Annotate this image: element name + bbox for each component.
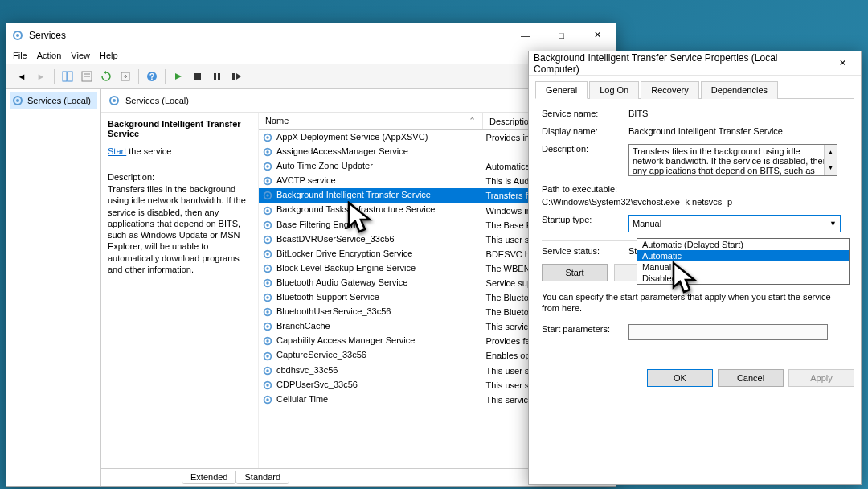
start-params-input (628, 324, 828, 340)
display-name-label: Display name: (542, 126, 628, 136)
tree-item-services-local[interactable]: Services (Local) (10, 92, 97, 109)
start-link[interactable]: Start (108, 146, 126, 156)
svg-rect-2 (63, 72, 67, 81)
refresh-button[interactable] (97, 68, 115, 85)
tab-recovery[interactable]: Recovery (641, 81, 698, 99)
svg-point-29 (266, 209, 269, 212)
dropdown-option[interactable]: Automatic (637, 250, 849, 261)
gear-icon (262, 204, 276, 214)
gear-icon (11, 94, 24, 107)
properties-button[interactable] (78, 68, 96, 85)
svg-point-15 (16, 99, 19, 102)
startup-type-dropdown[interactable]: Automatic (Delayed Start)AutomaticManual… (637, 238, 850, 285)
maximize-button[interactable]: □ (543, 23, 579, 47)
display-name-value: Background Intelligent Transfer Service (628, 126, 848, 136)
start-service-button[interactable] (170, 68, 187, 85)
description-label: Description: (542, 144, 628, 154)
svg-point-53 (266, 384, 269, 387)
close-button[interactable]: ✕ (579, 23, 616, 47)
ok-button[interactable]: OK (647, 369, 713, 387)
svg-rect-3 (68, 72, 72, 81)
dropdown-option[interactable]: Automatic (Delayed Start) (637, 239, 849, 250)
svg-text:?: ? (149, 72, 155, 81)
svg-point-19 (266, 136, 269, 139)
pause-service-button[interactable] (208, 68, 226, 85)
stop-service-button[interactable] (189, 68, 207, 85)
chevron-down-icon: ▼ (829, 220, 837, 228)
menu-bar: File Action View Help (6, 47, 616, 64)
gear-icon (262, 277, 276, 287)
svg-rect-10 (194, 73, 201, 80)
svg-point-51 (266, 369, 269, 372)
tab-standard[interactable]: Standard (235, 471, 289, 484)
start-button[interactable]: Start (542, 264, 608, 281)
startup-type-label: Startup type: (542, 215, 628, 224)
gear-icon (262, 249, 276, 258)
tree-pane: Services (Local) (6, 89, 101, 486)
service-status-label: Service status: (542, 246, 628, 256)
services-window: Services — □ ✕ File Action View Help ◄ ►… (6, 23, 616, 487)
menu-help[interactable]: Help (100, 51, 118, 60)
menu-action[interactable]: Action (37, 51, 62, 60)
service-name-label: Service name: (542, 109, 628, 118)
svg-point-21 (266, 150, 269, 154)
svg-point-23 (266, 166, 269, 169)
gear-icon (262, 306, 276, 316)
svg-rect-13 (232, 73, 235, 80)
dropdown-option[interactable]: Manual (637, 261, 849, 273)
selected-service-title: Background Intelligent Transfer Service (108, 119, 252, 138)
gear-icon (108, 94, 121, 107)
startup-type-combobox[interactable]: Manual ▼ (628, 215, 841, 232)
menu-file[interactable]: File (13, 51, 27, 60)
svg-point-49 (266, 355, 269, 358)
dialog-title: Background Intelligent Transfer Service … (534, 52, 825, 75)
column-name[interactable]: Name ⌃ (259, 113, 483, 130)
tab-extended[interactable]: Extended (182, 471, 236, 484)
cancel-button[interactable]: Cancel (718, 369, 784, 387)
restart-service-button[interactable] (227, 68, 245, 85)
svg-point-27 (266, 195, 269, 198)
path-value: C:\Windows\System32\svchost.exe -k netsv… (542, 197, 732, 207)
dialog-close-button[interactable]: ✕ (825, 51, 861, 76)
help-button[interactable]: ? (143, 68, 161, 85)
svg-point-55 (266, 398, 269, 401)
gear-icon (262, 263, 276, 273)
gear-icon (262, 365, 276, 375)
back-button[interactable]: ◄ (13, 68, 31, 85)
tab-general[interactable]: General (535, 81, 588, 99)
dropdown-option[interactable]: Disabled (637, 273, 849, 284)
tree-item-label: Services (Local) (27, 96, 91, 105)
gear-icon (262, 292, 276, 302)
description-label: Description: (108, 172, 252, 182)
startup-type-value: Manual (633, 219, 661, 228)
apply-button: Apply (788, 369, 854, 387)
scroll-down-button[interactable]: ▼ (824, 160, 837, 175)
export-button[interactable] (117, 68, 134, 85)
tab-dependencies[interactable]: Dependencies (701, 81, 778, 99)
window-title: Services (29, 30, 507, 41)
path-label: Path to executable: (542, 184, 628, 194)
gear-icon (262, 234, 276, 244)
svg-point-1 (16, 34, 19, 37)
svg-rect-11 (214, 73, 216, 80)
description-box: Transfers files in the background using … (628, 144, 837, 176)
svg-point-37 (266, 267, 269, 270)
hint-text: You can specify the start parameters tha… (542, 291, 848, 314)
svg-point-43 (266, 310, 269, 314)
scroll-up-button[interactable]: ▲ (824, 145, 837, 160)
show-hide-tree-button[interactable] (59, 68, 76, 85)
forward-button[interactable]: ► (32, 68, 50, 85)
action-suffix: the service (126, 146, 171, 156)
gear-icon (262, 220, 276, 229)
svg-point-47 (266, 340, 269, 343)
minimize-button[interactable]: — (507, 23, 543, 47)
service-name-value: BITS (628, 109, 848, 118)
gear-icon (262, 161, 276, 171)
pane-header-title: Services (Local) (125, 96, 189, 105)
svg-point-41 (266, 296, 269, 299)
menu-view[interactable]: View (71, 51, 90, 60)
gear-icon (262, 335, 276, 345)
gear-icon (262, 321, 276, 331)
svg-point-35 (266, 253, 269, 256)
tab-logon[interactable]: Log On (589, 81, 639, 99)
